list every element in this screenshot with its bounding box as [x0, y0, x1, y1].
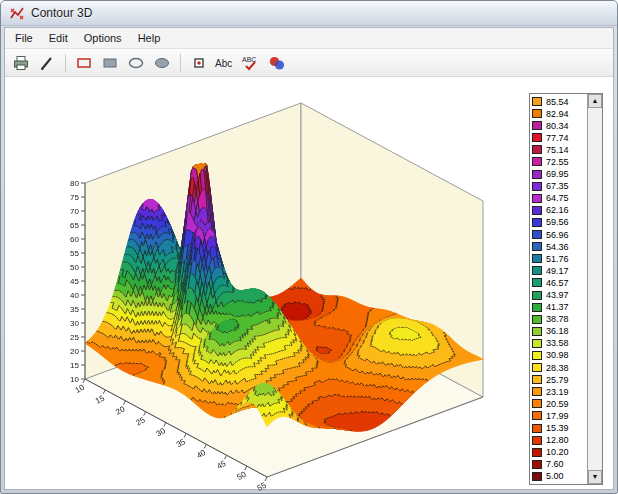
legend-row: 54.36 [532, 241, 586, 252]
legend-row: 28.38 [532, 362, 586, 373]
legend-swatch [532, 194, 542, 203]
legend-swatch [532, 291, 542, 300]
window-body: File Edit Options Help [4, 27, 614, 490]
filled-rectangle-tool-button[interactable] [98, 52, 122, 74]
legend-value: 85.54 [546, 97, 569, 107]
window-titlebar[interactable]: Contour 3D [1, 1, 617, 26]
legend-swatch [532, 278, 542, 287]
legend-row: 7.60 [532, 459, 586, 470]
legend-swatch [532, 218, 542, 227]
menu-bar: File Edit Options Help [5, 28, 613, 49]
legend-value: 30.98 [546, 350, 569, 360]
legend-panel: 85.5482.9480.3477.7475.1472.5569.9567.35… [529, 93, 603, 485]
legend-row: 25.79 [532, 374, 586, 385]
legend-swatch [532, 351, 542, 360]
legend-row: 82.94 [532, 108, 586, 119]
legend-row: 69.95 [532, 169, 586, 180]
legend-swatch [532, 170, 542, 179]
legend-row: 51.76 [532, 253, 586, 264]
print-tool-button[interactable] [9, 52, 33, 74]
marker-tool-button[interactable] [187, 52, 211, 74]
legend-scroll-down-button[interactable]: ▼ [588, 470, 602, 484]
legend-value: 67.35 [546, 181, 569, 191]
spellcheck-tool-button[interactable]: ABC [239, 52, 263, 74]
legend-swatch [532, 375, 542, 384]
legend-swatch [532, 109, 542, 118]
legend-row: 62.16 [532, 205, 586, 216]
legend-swatch [532, 303, 542, 312]
legend-value: 77.74 [546, 133, 569, 143]
legend-row: 12.80 [532, 435, 586, 446]
legend-value: 15.39 [546, 423, 569, 433]
legend-value: 54.36 [546, 242, 569, 252]
legend-row: 20.59 [532, 398, 586, 409]
legend-swatch [532, 206, 542, 215]
legend-row: 38.78 [532, 314, 586, 325]
legend-swatch [532, 230, 542, 239]
legend-row: 5.00 [532, 471, 586, 482]
legend-swatch [532, 339, 542, 348]
legend-value: 5.00 [546, 471, 564, 481]
svg-text:Abc: Abc [215, 58, 232, 69]
legend-swatch [532, 97, 542, 106]
text-tool-button[interactable]: Abc [213, 52, 237, 74]
legend-value: 49.17 [546, 266, 569, 276]
toolbar-separator [180, 54, 181, 72]
legend-swatch [532, 448, 542, 457]
app-window: Contour 3D File Edit Options Help [0, 0, 618, 494]
legend-value: 12.80 [546, 435, 569, 445]
rectangle-outline-icon [75, 54, 93, 72]
legend-row: 36.18 [532, 326, 586, 337]
legend-value: 36.18 [546, 326, 569, 336]
legend-swatch [532, 460, 542, 469]
legend-value: 38.78 [546, 314, 569, 324]
rectangle-tool-button[interactable] [72, 52, 96, 74]
legend-swatch [532, 472, 542, 481]
legend-row: 41.37 [532, 302, 586, 313]
contour-plot-canvas [9, 79, 514, 491]
legend-scroll-up-button[interactable]: ▲ [588, 94, 602, 108]
legend-row: 67.35 [532, 181, 586, 192]
menu-help[interactable]: Help [130, 28, 169, 48]
legend-swatch [532, 327, 542, 336]
legend-swatch [532, 145, 542, 154]
ellipse-tool-button[interactable] [124, 52, 148, 74]
legend-row: 15.39 [532, 423, 586, 434]
legend-rows: 85.5482.9480.3477.7475.1472.5569.9567.35… [532, 96, 586, 482]
legend-swatch [532, 121, 542, 130]
legend-row: 59.56 [532, 217, 586, 228]
legend-value: 33.58 [546, 338, 569, 348]
legend-swatch [532, 424, 542, 433]
spellcheck-icon: ABC [241, 54, 261, 72]
legend-swatch [532, 254, 542, 263]
pen-tool-button[interactable] [35, 52, 59, 74]
menu-options[interactable]: Options [76, 28, 130, 48]
legend-row: 33.58 [532, 338, 586, 349]
legend-row: 46.57 [532, 277, 586, 288]
legend-swatch [532, 266, 542, 275]
ellipse-filled-icon [153, 54, 171, 72]
legend-row: 72.55 [532, 156, 586, 167]
legend-value: 64.75 [546, 193, 569, 203]
legend-value: 41.37 [546, 302, 569, 312]
legend-row: 23.19 [532, 386, 586, 397]
ellipse-outline-icon [127, 54, 145, 72]
toolbar-separator [65, 54, 66, 72]
legend-swatch [532, 411, 542, 420]
legend-value: 20.59 [546, 399, 569, 409]
filled-ellipse-tool-button[interactable] [150, 52, 174, 74]
toolbar: Abc ABC [5, 49, 613, 77]
menu-edit[interactable]: Edit [41, 28, 76, 48]
legend-value: 10.20 [546, 447, 569, 457]
legend-value: 28.38 [546, 363, 569, 373]
legend-swatch [532, 436, 542, 445]
legend-scrollbar-track[interactable]: ▲ ▼ [587, 94, 602, 484]
menu-file[interactable]: File [7, 28, 41, 48]
legend-swatch [532, 399, 542, 408]
legend-row: 10.20 [532, 447, 586, 458]
legend-value: 7.60 [546, 459, 564, 469]
legend-value: 17.99 [546, 411, 569, 421]
legend-swatch [532, 363, 542, 372]
palette-tool-button[interactable] [265, 52, 289, 74]
legend-swatch [532, 387, 542, 396]
